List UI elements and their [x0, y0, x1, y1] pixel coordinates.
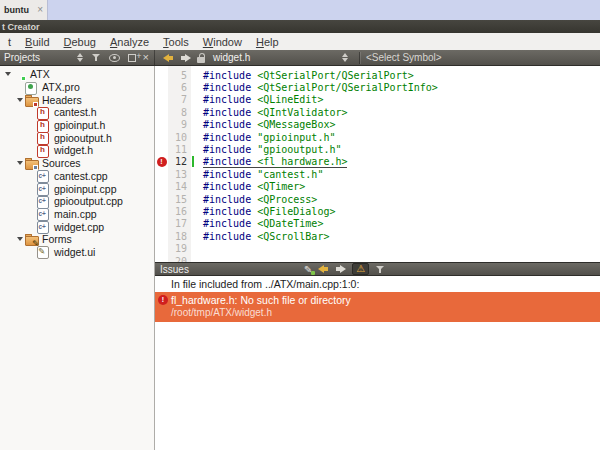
annotate-icon[interactable]: ✎: [304, 264, 312, 275]
code-line[interactable]: ! 7 #include<QLineEdit>: [155, 94, 600, 106]
code-line[interactable]: ! 20: [155, 255, 600, 262]
prev-issue-icon[interactable]: [318, 265, 329, 273]
code-line[interactable]: ! 18 #include<QScrollBar>: [155, 230, 600, 242]
updown-arrows-icon[interactable]: [76, 53, 84, 62]
tree-item[interactable]: gpiooutput.h: [0, 131, 154, 144]
tree-item[interactable]: gpiooutput.cpp: [0, 195, 154, 208]
code-line[interactable]: ! 11 #include"gpiooutput.h": [155, 143, 600, 155]
symbol-selector-dropdown[interactable]: <Select Symbol>: [366, 52, 442, 63]
code-text[interactable]: #include"gpioinput.h": [191, 132, 335, 143]
error-icon: !: [158, 295, 168, 305]
issues-list: In file included from ../ATX/main.cpp:1:…: [155, 276, 600, 450]
code-line[interactable]: ! 19: [155, 242, 600, 254]
tree-item[interactable]: ATX: [0, 68, 154, 81]
tree-item[interactable]: main.cpp: [0, 208, 154, 221]
code-text[interactable]: #include<QScrollBar>: [191, 231, 329, 242]
line-number: 9: [168, 119, 191, 130]
tree-item[interactable]: gpioinput.h: [0, 119, 154, 132]
code-line[interactable]: ! 14 #include<QTimer>: [155, 181, 600, 193]
code-text[interactable]: #include"gpiooutput.h": [191, 144, 341, 155]
code-text[interactable]: #include"cantest.h": [191, 169, 323, 180]
line-number: 17: [168, 218, 191, 229]
code-line[interactable]: ! 13 #include"cantest.h": [155, 168, 600, 180]
file-type-icon: [37, 221, 49, 233]
chevron-updown-icon: [341, 53, 349, 62]
menu-item[interactable]: Tools: [156, 36, 196, 48]
tree-item[interactable]: cantest.cpp: [0, 170, 154, 183]
issues-filter-icon[interactable]: [376, 265, 385, 274]
code-text[interactable]: #include<QProcess>: [191, 194, 317, 205]
code-text[interactable]: #include<QTimer>: [191, 181, 305, 192]
menu-bar: tBuildDebugAnalyzeToolsWindowHelp: [0, 33, 600, 50]
menu-item-rest: ebug: [71, 36, 95, 48]
code-text[interactable]: #include<QFileDialog>: [191, 206, 335, 217]
code-text[interactable]: #include<QDateTime>: [191, 218, 323, 229]
tree-item-label: widget.h: [54, 144, 93, 156]
projects-pane-title[interactable]: Projects: [0, 52, 40, 63]
open-file-name: widget.h: [213, 52, 250, 63]
code-text[interactable]: #include<QMessageBox>: [191, 119, 335, 130]
forward-icon[interactable]: [180, 54, 191, 62]
split-icon[interactable]: [128, 54, 136, 62]
preprocessor-token: #include: [203, 156, 251, 167]
code-text[interactable]: #include<fl_hardware.h>: [191, 156, 347, 167]
projects-sidebar: ATX ATX.pro Headers cantest.h gpioinput.…: [0, 66, 155, 450]
menu-item[interactable]: t: [1, 36, 18, 48]
code-line[interactable]: ! 17 #include<QDateTime>: [155, 218, 600, 230]
menu-item[interactable]: Debug: [57, 36, 103, 48]
tree-item[interactable]: gpioinput.cpp: [0, 182, 154, 195]
open-file-dropdown[interactable]: widget.h: [213, 52, 353, 63]
preprocessor-token: #include: [203, 194, 251, 205]
tab-close-icon[interactable]: ×: [37, 5, 43, 15]
issue-error-text: fl_hardware.h: No such file or directory…: [171, 294, 351, 319]
tree-item[interactable]: widget.ui: [0, 246, 154, 259]
code-line[interactable]: ! 9 #include<QMessageBox>: [155, 119, 600, 131]
tree-item[interactable]: Headers: [0, 93, 154, 106]
next-issue-icon[interactable]: [335, 265, 346, 273]
tree-item[interactable]: widget.h: [0, 144, 154, 157]
browser-tab[interactable]: buntu ×: [0, 0, 48, 20]
preprocessor-token: #include: [203, 94, 251, 105]
tree-item[interactable]: ATX.pro: [0, 81, 154, 94]
include-arg-token: <QProcess>: [251, 194, 317, 205]
line-number: 20: [168, 256, 191, 262]
expand-arrow-icon[interactable]: [15, 237, 25, 241]
code-line[interactable]: ! 8 #include<QIntValidator>: [155, 106, 600, 118]
code-line[interactable]: ! 15 #include<QProcess>: [155, 193, 600, 205]
preprocessor-token: #include: [203, 206, 251, 217]
tree-item[interactable]: Sources: [0, 157, 154, 170]
window-title-bar[interactable]: t Creator: [0, 20, 600, 33]
code-text[interactable]: #include<QIntValidator>: [191, 107, 347, 118]
code-line[interactable]: ! 12 #include<fl_hardware.h>: [155, 156, 600, 168]
tree-item[interactable]: cantest.h: [0, 106, 154, 119]
expand-arrow-icon[interactable]: [15, 98, 25, 102]
back-icon[interactable]: [163, 54, 174, 62]
tree-item[interactable]: ✎ Forms: [0, 233, 154, 246]
sync-with-editor-icon[interactable]: [109, 54, 120, 62]
issue-info-row[interactable]: In file included from ../ATX/main.cpp:1:…: [155, 276, 600, 292]
code-text[interactable]: #include<QLineEdit>: [191, 94, 323, 105]
menu-item[interactable]: Analyze: [103, 36, 156, 48]
lock-icon: [197, 57, 205, 63]
tree-item[interactable]: widget.cpp: [0, 220, 154, 233]
issues-pane-title[interactable]: Issues: [155, 264, 189, 275]
code-text[interactable]: #include<QtSerialPort/QSerialPort>: [191, 70, 414, 81]
code-area[interactable]: ! 5 #include<QtSerialPort/QSerialPort> !…: [155, 66, 600, 262]
show-warnings-toggle[interactable]: ⚠: [352, 263, 369, 275]
line-number: 16: [168, 206, 191, 217]
filter-icon[interactable]: [92, 53, 101, 62]
preprocessor-token: #include: [203, 181, 251, 192]
code-line[interactable]: ! 5 #include<QtSerialPort/QSerialPort>: [155, 69, 600, 81]
menu-item-rest: uild: [32, 36, 49, 48]
code-line[interactable]: ! 10 #include"gpioinput.h": [155, 131, 600, 143]
expand-arrow-icon[interactable]: [15, 161, 25, 165]
issue-error-row[interactable]: ! fl_hardware.h: No such file or directo…: [155, 292, 600, 322]
tree-item-label: gpioinput.cpp: [54, 183, 116, 195]
menu-item[interactable]: Build: [18, 36, 56, 48]
menu-item[interactable]: Window: [196, 36, 249, 48]
menu-item[interactable]: Help: [249, 36, 286, 48]
code-line[interactable]: ! 16 #include<QFileDialog>: [155, 205, 600, 217]
code-text[interactable]: #include<QtSerialPort/QSerialPortInfo>: [191, 82, 438, 93]
code-line[interactable]: ! 6 #include<QtSerialPort/QSerialPortInf…: [155, 81, 600, 93]
expand-arrow-icon[interactable]: [3, 72, 13, 76]
